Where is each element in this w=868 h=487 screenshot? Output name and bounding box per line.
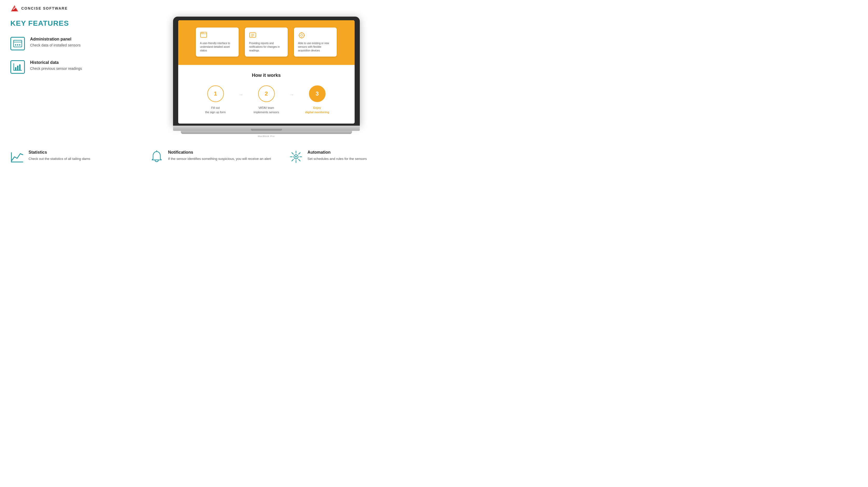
- arrow-1: →: [236, 92, 246, 97]
- bottom-feature-automation: Automation Set schedules and rules for t…: [289, 150, 424, 164]
- notifications-text: Notifications If the sensor identifies s…: [168, 150, 271, 162]
- admin-panel-icon: [13, 40, 22, 47]
- svg-point-6: [17, 45, 19, 46]
- historical-data-icon-box: [10, 60, 25, 74]
- step-3: 3 Enjoydigital monitoring: [297, 85, 338, 114]
- svg-rect-3: [13, 40, 22, 47]
- card-1-icon: [200, 32, 235, 39]
- laptop-screen-outer: A user-friendly interface to understand …: [173, 17, 360, 126]
- step-2-circle: 2: [258, 85, 275, 102]
- svg-rect-17: [250, 33, 256, 37]
- logo-text: CONCISE SOFTWARE: [21, 6, 68, 10]
- svg-point-5: [15, 45, 17, 46]
- bottom-feature-notifications: Notifications If the sensor identifies s…: [150, 150, 284, 164]
- historical-data-icon: [13, 63, 22, 71]
- step-1-label: Fill outthe sign up form: [205, 106, 226, 114]
- svg-point-33: [295, 156, 297, 157]
- how-it-works-title: How it works: [189, 73, 344, 78]
- feature-admin-panel: Administration panel Check data of insta…: [10, 37, 99, 50]
- step-3-label: Enjoydigital monitoring: [305, 106, 329, 114]
- card-1: A user-friendly interface to understand …: [196, 28, 239, 57]
- admin-panel-icon-box: [10, 37, 25, 50]
- screen-bottom: How it works 1 Fill outthe sign up form …: [178, 65, 354, 123]
- svg-rect-10: [15, 67, 17, 70]
- step-2-label: VATAV teamimplements sensors: [254, 106, 279, 114]
- statistics-text: Statistics Check out the statistics of a…: [29, 150, 90, 162]
- card-3-icon: [298, 32, 333, 39]
- laptop-base: [173, 126, 360, 131]
- laptop-screen-inner: A user-friendly interface to understand …: [178, 20, 354, 123]
- svg-rect-12: [19, 64, 21, 70]
- svg-point-16: [203, 33, 204, 33]
- notifications-desc: If the sensor identifies something suspi…: [168, 156, 271, 162]
- card-3-text: Able to use existing or new sensors with…: [298, 41, 333, 52]
- automation-title: Automation: [307, 150, 367, 155]
- step-3-circle: 3: [309, 85, 326, 102]
- card-2-text: Providing reports and notifications for …: [249, 41, 283, 52]
- card-3: Able to use existing or new sensors with…: [294, 28, 337, 57]
- statistics-icon: [10, 150, 24, 164]
- svg-rect-11: [17, 66, 19, 70]
- svg-line-40: [299, 153, 300, 154]
- automation-icon: [289, 150, 303, 164]
- historical-data-title: Historical data: [30, 60, 82, 65]
- step-1: 1 Fill outthe sign up form: [195, 85, 236, 114]
- notifications-icon: [150, 150, 163, 164]
- main-container: KEY FEATURES Administration panel Check …: [0, 17, 434, 138]
- step-2: 2 VATAV teamimplements sensors: [246, 85, 287, 114]
- laptop-notch: [251, 129, 282, 131]
- admin-panel-desc: Check data of installed sensors: [30, 42, 81, 48]
- card-2-icon: [249, 32, 283, 39]
- arrow-2: →: [287, 92, 297, 97]
- svg-line-41: [292, 160, 293, 161]
- statistics-desc: Check out the statistics of all tailing …: [29, 156, 90, 162]
- card-2: Providing reports and notifications for …: [245, 28, 288, 57]
- bottom-feature-statistics: Statistics Check out the statistics of a…: [10, 150, 145, 164]
- left-column: KEY FEATURES Administration panel Check …: [10, 17, 99, 138]
- section-title: KEY FEATURES: [10, 19, 99, 28]
- statistics-title: Statistics: [29, 150, 90, 155]
- macbook-label: MacBook Pro: [173, 135, 360, 138]
- svg-line-39: [299, 160, 300, 161]
- steps-row: 1 Fill outthe sign up form → 2 VATAV tea…: [189, 85, 344, 114]
- svg-point-15: [202, 33, 203, 33]
- automation-desc: Set schedules and rules for the sensors: [307, 156, 367, 162]
- historical-data-text: Historical data Check previous sensor re…: [30, 60, 82, 71]
- screen-top: A user-friendly interface to understand …: [178, 20, 354, 65]
- historical-data-desc: Check previous sensor readings: [30, 66, 82, 71]
- notifications-title: Notifications: [168, 150, 271, 155]
- svg-point-21: [299, 33, 304, 38]
- laptop-foot: [181, 131, 352, 134]
- admin-panel-text: Administration panel Check data of insta…: [30, 37, 81, 48]
- laptop: A user-friendly interface to understand …: [173, 17, 360, 138]
- svg-point-22: [301, 34, 303, 36]
- feature-historical-data: Historical data Check previous sensor re…: [10, 60, 99, 74]
- svg-line-38: [292, 153, 293, 154]
- right-column: A user-friendly interface to understand …: [109, 17, 424, 138]
- bottom-features: Statistics Check out the statistics of a…: [0, 138, 434, 171]
- svg-point-7: [19, 45, 21, 46]
- automation-text: Automation Set schedules and rules for t…: [307, 150, 367, 162]
- card-1-text: A user-friendly interface to understand …: [200, 41, 235, 52]
- logo: [10, 5, 21, 12]
- admin-panel-title: Administration panel: [30, 37, 81, 41]
- header: CONCISE SOFTWARE: [0, 0, 434, 17]
- step-1-circle: 1: [207, 85, 224, 102]
